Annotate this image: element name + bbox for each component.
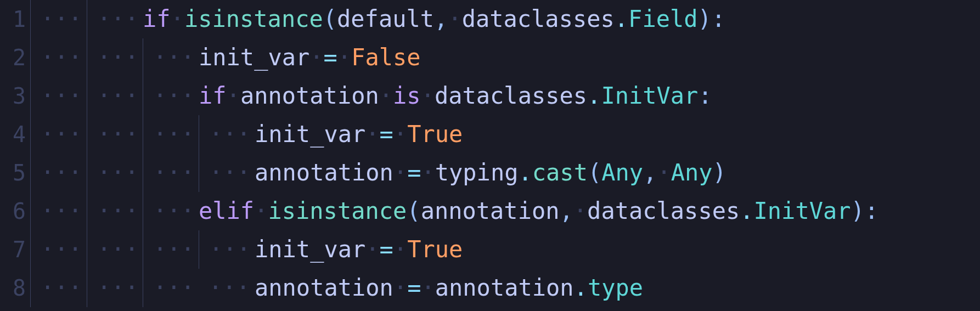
token-op: = — [407, 274, 421, 301]
token-dot: . — [518, 159, 532, 186]
whitespace-dots: ··· — [87, 0, 139, 38]
token-func: isinstance — [268, 197, 407, 224]
whitespace-dots: ··· — [87, 77, 139, 115]
line-number: 5 — [0, 154, 30, 192]
token-ident: init_var — [255, 121, 365, 148]
whitespace-dots: ··· — [143, 269, 195, 307]
line-number: 6 — [0, 192, 30, 230]
whitespace-dots: ··· — [143, 77, 195, 115]
token-ws-dot: · — [393, 236, 407, 263]
indent-guide: ··· — [31, 0, 87, 38]
whitespace-dots: ··· — [199, 269, 250, 307]
token-ws-dot: · — [393, 121, 407, 148]
token-punc: ( — [588, 159, 601, 186]
whitespace-dots: ··· — [31, 77, 82, 115]
token-ws-dot: · — [421, 159, 435, 186]
indent-guide: ··· — [31, 115, 87, 154]
whitespace-dots: ··· — [31, 38, 82, 77]
indent-guide: ··· — [199, 269, 255, 307]
indent-guide: ··· — [31, 269, 87, 307]
token-type: Field — [628, 5, 697, 32]
code-line[interactable]: 3·········if·annotation·is·dataclasses.I… — [0, 77, 980, 115]
code-content[interactable]: if·annotation·is·dataclasses.InitVar: — [199, 77, 712, 115]
token-ws-dot: · — [421, 274, 435, 301]
indent-guide: ··· — [31, 154, 87, 192]
code-line[interactable]: 1······if·isinstance(default,·dataclasse… — [0, 0, 980, 38]
indent-guide: ··· — [87, 154, 143, 192]
indent-guide: ··· — [31, 77, 87, 115]
token-ident: dataclasses — [462, 5, 615, 32]
whitespace-dots: ··· — [199, 230, 251, 269]
token-op: = — [380, 121, 393, 148]
indent-guide: ··· — [87, 77, 143, 115]
code-content[interactable]: if·isinstance(default,·dataclasses.Field… — [143, 0, 725, 38]
token-ws-dot: · — [393, 159, 407, 186]
line-number: 7 — [0, 230, 30, 269]
line-number: 3 — [0, 77, 30, 115]
token-type: InitVar — [601, 82, 698, 109]
whitespace-dots: ··· — [87, 115, 139, 154]
token-ws-dot: · — [309, 44, 323, 71]
indent-guide: ··· — [87, 38, 143, 77]
token-punc: ) — [698, 5, 712, 32]
code-content[interactable]: init_var·=·True — [255, 115, 463, 154]
line-number: 1 — [0, 0, 30, 38]
token-punc: , — [560, 197, 573, 224]
line-number: 2 — [0, 38, 30, 77]
code-content[interactable]: annotation·=·typing.cast(Any,·Any) — [255, 154, 726, 192]
token-ws-dot: · — [254, 197, 268, 224]
token-ws-dot: · — [365, 121, 379, 148]
whitespace-dots: ··· — [87, 269, 139, 307]
token-kw: if — [143, 5, 171, 32]
code-line[interactable]: 7············init_var·=·True — [0, 230, 980, 269]
whitespace-dots: ··· — [31, 269, 82, 307]
whitespace-dots: ··· — [143, 192, 195, 230]
whitespace-dots: ··· — [143, 230, 195, 269]
token-punc: ) — [713, 159, 726, 186]
code-line[interactable]: 4············init_var·=·True — [0, 115, 980, 154]
token-ident: annotation — [255, 274, 393, 301]
whitespace-dots: ··· — [199, 154, 251, 192]
token-ws-dot: · — [171, 5, 184, 32]
indent-guide: ··· — [31, 192, 87, 230]
whitespace-dots: ··· — [199, 115, 251, 154]
whitespace-dots: ··· — [87, 230, 139, 269]
token-func: isinstance — [184, 5, 323, 32]
indent-guide: ··· — [143, 154, 199, 192]
token-op: = — [380, 236, 393, 263]
token-kw: elif — [199, 197, 254, 224]
indent-guide: ··· — [143, 269, 199, 307]
token-punc: , — [434, 5, 448, 32]
token-ws-dot: · — [365, 236, 379, 263]
code-content[interactable]: init_var·=·False — [199, 38, 421, 77]
token-punc: ( — [407, 197, 420, 224]
indent-guide: ··· — [143, 38, 199, 77]
token-type: Any — [601, 159, 643, 186]
whitespace-dots: ··· — [143, 154, 195, 192]
whitespace-dots: ··· — [143, 115, 195, 154]
code-content[interactable]: annotation·=·annotation.type — [255, 269, 643, 307]
code-content[interactable]: init_var·=·True — [255, 230, 463, 269]
indent-guide: ··· — [31, 230, 87, 269]
token-punc: ( — [323, 5, 337, 32]
token-type: type — [588, 274, 643, 301]
token-ws-dot: · — [573, 197, 587, 224]
indent-guide: ··· — [87, 115, 143, 154]
whitespace-dots: ··· — [31, 230, 82, 269]
whitespace-dots: ··· — [87, 154, 139, 192]
token-op: = — [407, 159, 421, 186]
indent-guide: ··· — [87, 0, 143, 38]
token-kw: is — [393, 82, 421, 109]
code-editor[interactable]: 1······if·isinstance(default,·dataclasse… — [0, 0, 980, 311]
token-func: cast — [532, 159, 588, 186]
code-line[interactable]: 8············annotation·=·annotation.typ… — [0, 269, 980, 307]
token-punc: : — [712, 5, 725, 32]
token-dot: . — [574, 274, 588, 301]
token-const: False — [351, 44, 420, 71]
code-content[interactable]: elif·isinstance(annotation,·dataclasses.… — [199, 192, 878, 230]
code-line[interactable]: 2·········init_var·=·False — [0, 38, 980, 77]
token-ident: annotation — [240, 82, 379, 109]
code-line[interactable]: 5············annotation·=·typing.cast(An… — [0, 154, 980, 192]
code-line[interactable]: 6·········elif·isinstance(annotation,·da… — [0, 192, 980, 230]
token-punc: : — [698, 82, 712, 109]
